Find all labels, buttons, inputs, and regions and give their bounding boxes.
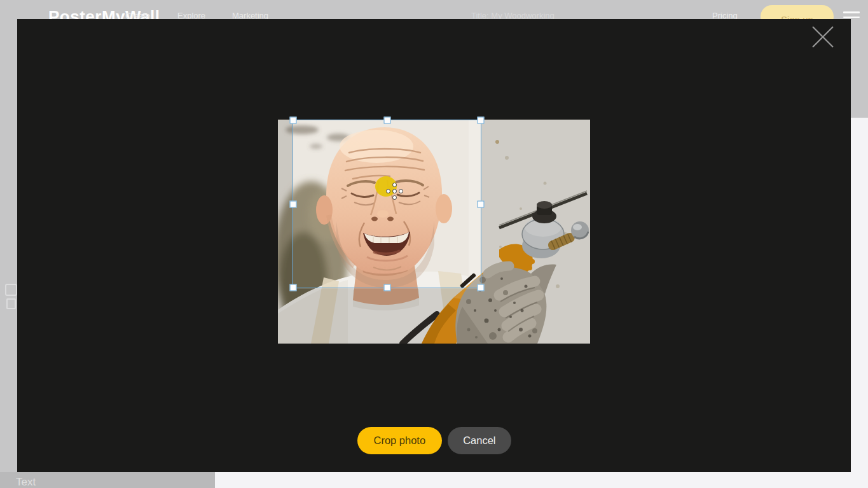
crop-handle-top-right[interactable]	[478, 117, 485, 124]
crop-handle-top-center[interactable]	[383, 117, 390, 124]
crop-handle-top-left[interactable]	[290, 117, 297, 124]
crop-selection[interactable]	[293, 120, 481, 288]
app-screen: PosterMyWall Create Explore Marketing Ti…	[0, 0, 868, 488]
crop-photo-button[interactable]: Crop photo	[357, 427, 442, 454]
editor-canvas-area	[215, 472, 868, 488]
hamburger-menu-icon	[843, 11, 860, 19]
site-header: PosterMyWall Create Explore Marketing Ti…	[0, 0, 868, 19]
nav-item-marketing: Marketing	[232, 11, 268, 19]
crop-photo-modal: Crop photo Cancel	[17, 19, 851, 472]
nav-item-explore: Explore	[177, 11, 205, 19]
crop-handle-middle-right[interactable]	[478, 200, 485, 207]
nav-item-create: Create	[125, 11, 150, 19]
crop-handle-middle-left[interactable]	[290, 200, 297, 207]
close-icon	[808, 22, 838, 52]
document-title: Title: My Woodworking	[471, 11, 555, 19]
signup-button: Sign up	[761, 5, 834, 19]
crop-handle-bottom-right[interactable]	[478, 284, 485, 291]
close-button[interactable]	[808, 22, 838, 52]
left-panel-header: Text	[0, 472, 215, 488]
crop-dialog-actions: Crop photo Cancel	[357, 427, 511, 454]
crop-handle-bottom-center[interactable]	[383, 284, 390, 291]
sidebar-tool-icon	[5, 284, 18, 310]
crop-handle-bottom-left[interactable]	[290, 284, 297, 291]
left-panel-label: Text	[16, 476, 36, 488]
cancel-button[interactable]: Cancel	[448, 427, 511, 454]
editor-canvas-strip	[851, 118, 868, 472]
nav-item-pricing: Pricing	[712, 11, 738, 19]
crop-workspace	[278, 120, 590, 344]
